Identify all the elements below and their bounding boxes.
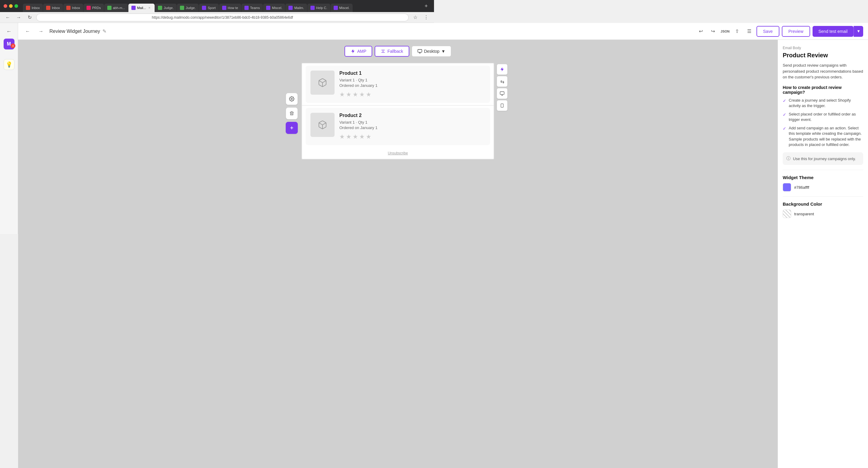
tab-favicon — [222, 6, 226, 10]
view-controls: AMP Fallback Desktop ▼ — [344, 46, 434, 57]
tab-favicon — [26, 6, 30, 10]
product-meta-1: Variant 1 · Qty 1 — [339, 78, 434, 82]
redo-button[interactable]: → — [36, 27, 46, 36]
tab-favicon — [180, 6, 184, 10]
browser-tab-t7[interactable]: Judge. — [155, 4, 177, 12]
svg-marker-0 — [351, 49, 355, 53]
email-canvas: Product 1 Variant 1 · Qty 1 Ordered on J… — [301, 63, 434, 159]
tab-favicon — [310, 6, 315, 10]
forward-button[interactable]: → — [14, 13, 23, 22]
close-traffic-light[interactable] — [4, 4, 7, 8]
tab-favicon — [334, 6, 338, 10]
lightbulb-icon-button[interactable]: 💡 — [4, 59, 14, 70]
browser-tab-t10[interactable]: How te — [219, 4, 241, 12]
browser-tab-t14[interactable]: Help C. — [307, 4, 330, 12]
product-separator — [302, 105, 434, 106]
star-rating-1[interactable]: ★ ★ ★ ★ ★ — [339, 91, 434, 98]
tab-label: PRDs — [92, 6, 101, 10]
tab-favicon — [244, 6, 249, 10]
browser-tab-t2[interactable]: Inbox — [43, 4, 63, 12]
tabs-bar: Inbox Inbox Inbox PRDs abh-m... Mail... … — [23, 0, 420, 12]
tab-favicon — [66, 6, 70, 10]
browser-tab-t9[interactable]: Sport — [199, 4, 218, 12]
address-input[interactable]: https://debug.mailmodo.com/app/neweditor… — [36, 13, 409, 21]
browser-tab-t11[interactable]: Teams — [241, 4, 263, 12]
close-tab-button[interactable]: ✕ — [147, 6, 152, 10]
product-name-1: Product 1 — [339, 70, 434, 76]
browser-tab-t15[interactable]: Miscel. — [331, 4, 352, 12]
app-layout: ← M 4 💡 ← → Review Widget Journey ✎ ↩ ↪ … — [0, 23, 434, 234]
product-ordered-2: Ordered on January 1 — [339, 125, 434, 130]
tab-label: How te — [228, 6, 238, 10]
unsubscribe-link[interactable]: Unsubscribe — [302, 147, 434, 159]
tab-favicon — [202, 6, 206, 10]
notification-badge: 4 — [10, 43, 16, 48]
widget-controls — [286, 93, 298, 134]
email-canvas-wrapper: Product 1 Variant 1 · Qty 1 Ordered on J… — [301, 63, 434, 159]
product-info-2: Product 2 Variant 1 · Qty 1 Ordered on J… — [339, 113, 434, 140]
browser-tab-t12[interactable]: Miscel. — [263, 4, 285, 12]
tab-favicon — [107, 6, 112, 10]
address-bar: ← → ↻ https://debug.mailmodo.com/app/new… — [0, 12, 434, 23]
product-ordered-1: Ordered on January 1 — [339, 83, 434, 88]
svg-rect-1 — [418, 50, 422, 52]
tab-label: Inbox — [72, 6, 80, 10]
tab-label: Judge. — [186, 6, 195, 10]
product-name-2: Product 2 — [339, 113, 434, 118]
browser-tab-t13[interactable]: Mailm. — [285, 4, 307, 12]
tab-favicon — [266, 6, 270, 10]
product-card-2: Product 2 Variant 1 · Qty 1 Ordered on J… — [306, 108, 434, 145]
desktop-view-button[interactable]: Desktop ▼ — [412, 46, 434, 57]
tab-favicon — [158, 6, 162, 10]
tab-label: Miscel. — [272, 6, 282, 10]
minimize-traffic-light[interactable] — [9, 4, 13, 8]
product-meta-2: Variant 1 · Qty 1 — [339, 120, 434, 124]
tab-favicon — [46, 6, 50, 10]
star-rating-2[interactable]: ★ ★ ★ ★ ★ — [339, 133, 434, 140]
add-widget-button[interactable] — [286, 122, 298, 134]
tab-label: Miscel. — [339, 6, 350, 10]
tab-label: Mailm. — [294, 6, 304, 10]
browser-tab-t6[interactable]: Mail... ✕ — [128, 4, 155, 12]
product-image-2 — [310, 113, 335, 137]
tab-label: Inbox — [52, 6, 60, 10]
fallback-view-button[interactable]: Fallback — [375, 46, 409, 57]
tab-label: Help C. — [316, 6, 327, 10]
tab-favicon — [131, 6, 135, 10]
settings-widget-button[interactable] — [286, 93, 298, 105]
tab-label: abh-m... — [113, 6, 125, 10]
tab-label: Teams — [250, 6, 260, 10]
undo-button[interactable]: ← — [23, 27, 33, 36]
left-sidebar: ← M 4 💡 — [0, 23, 18, 234]
document-title: Review Widget Journey — [50, 29, 100, 34]
tab-label: Mail... — [137, 6, 146, 10]
tab-label: Sport — [208, 6, 216, 10]
tab-favicon — [288, 6, 293, 10]
product-image-1 — [310, 70, 335, 95]
traffic-lights — [4, 4, 18, 8]
browser-tab-t1[interactable]: Inbox — [23, 4, 43, 12]
canvas-area: AMP Fallback Desktop ▼ — [18, 40, 434, 234]
browser-chrome: Inbox Inbox Inbox PRDs abh-m... Mail... … — [0, 0, 434, 12]
edit-title-icon[interactable]: ✎ — [102, 28, 106, 34]
browser-tab-t8[interactable]: Judge. — [177, 4, 198, 12]
browser-tab-t5[interactable]: abh-m... — [104, 4, 128, 12]
amp-view-button[interactable]: AMP — [344, 46, 372, 57]
fullscreen-traffic-light[interactable] — [14, 4, 18, 8]
tab-label: Inbox — [32, 6, 40, 10]
bookmark-button[interactable]: ☆ — [411, 13, 420, 22]
browser-tab-t3[interactable]: Inbox — [63, 4, 83, 12]
new-tab-button[interactable]: + — [422, 2, 430, 10]
reload-button[interactable]: ↻ — [25, 13, 34, 22]
top-bar: ← → Review Widget Journey ✎ ↩ ↪ JSON ⇧ ☰… — [18, 23, 434, 40]
svg-point-8 — [291, 98, 293, 100]
browser-tab-t4[interactable]: PRDs — [84, 4, 104, 12]
tab-favicon — [87, 6, 91, 10]
delete-widget-button[interactable] — [286, 107, 298, 119]
back-button[interactable]: ← — [4, 13, 12, 22]
tab-label: Judge. — [164, 6, 174, 10]
product-info-1: Product 1 Variant 1 · Qty 1 Ordered on J… — [339, 70, 434, 98]
back-button[interactable]: ← — [4, 27, 14, 36]
product-card-1: Product 1 Variant 1 · Qty 1 Ordered on J… — [306, 66, 434, 103]
menu-button[interactable]: ⋮ — [422, 13, 430, 22]
